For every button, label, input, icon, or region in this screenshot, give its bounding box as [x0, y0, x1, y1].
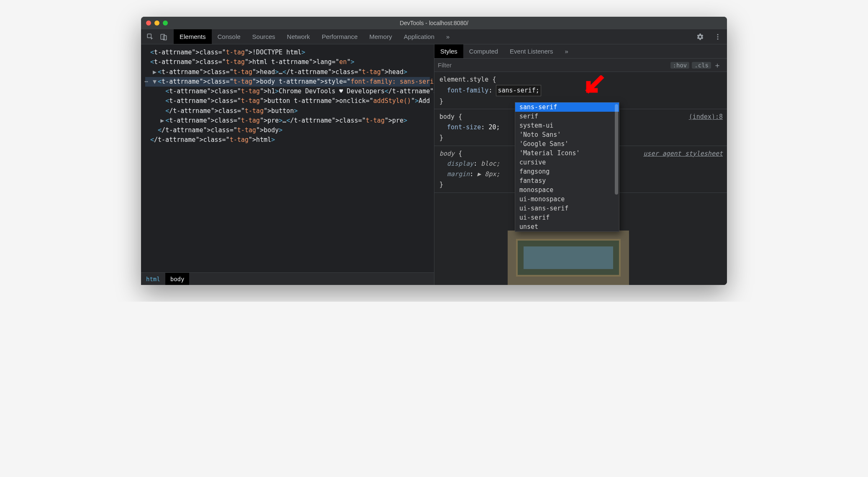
autocomplete-option[interactable]: system-ui	[515, 121, 619, 130]
autocomplete-option[interactable]: 'Google Sans'	[515, 139, 619, 149]
device-mode-icon[interactable]	[157, 30, 170, 44]
dom-line[interactable]: <t-attrname">class="t-tag">!DOCTYPE html…	[145, 48, 430, 57]
dom-line[interactable]: ▶<t-attrname">class="t-tag">head>…</t-at…	[145, 67, 430, 77]
font-family-autocomplete[interactable]: sans-serifserifsystem-ui'Noto Sans''Goog…	[515, 102, 619, 232]
tab-sources[interactable]: Sources	[247, 29, 281, 44]
elements-pane: <t-attrname">class="t-tag">!DOCTYPE html…	[141, 44, 434, 285]
dom-line[interactable]: </t-attrname">class="t-tag">body>	[145, 126, 430, 135]
styles-pane: StylesComputedEvent Listeners» :hov .cls…	[434, 44, 727, 285]
box-model-preview	[508, 231, 629, 285]
tab-elements[interactable]: Elements	[174, 29, 212, 44]
main-toolbar: ElementsConsoleSourcesNetworkPerformance…	[141, 29, 727, 44]
content-split: <t-attrname">class="t-tag">!DOCTYPE html…	[141, 44, 727, 285]
autocomplete-option[interactable]: fangsong	[515, 167, 619, 176]
autocomplete-option[interactable]: serif	[515, 112, 619, 121]
cls-toggle[interactable]: .cls	[692, 62, 711, 69]
dom-line[interactable]: <t-attrname">class="t-tag">button t-attr…	[145, 96, 430, 106]
subtab-styles[interactable]: Styles	[434, 44, 463, 58]
tab-performance[interactable]: Performance	[316, 29, 364, 44]
dom-line[interactable]: ▶<t-attrname">class="t-tag">pre>…</t-att…	[145, 116, 430, 126]
dom-line[interactable]: <t-attrname">class="t-tag">html t-attrna…	[145, 57, 430, 67]
settings-gear-icon[interactable]	[693, 30, 707, 44]
dom-line[interactable]: </t-attrname">class="t-tag">html>	[145, 135, 430, 145]
autocomplete-option[interactable]: 'Noto Sans'	[515, 130, 619, 139]
main-tabs: ElementsConsoleSourcesNetworkPerformance…	[174, 29, 440, 44]
breadcrumb-html[interactable]: html	[141, 273, 165, 285]
svg-point-5	[717, 38, 719, 39]
tab-console[interactable]: Console	[212, 29, 247, 44]
autocomplete-scrollbar[interactable]	[615, 104, 618, 195]
rule-source-link[interactable]: (index):8	[689, 112, 723, 122]
autocomplete-option[interactable]: sans-serif	[515, 103, 619, 112]
autocomplete-option[interactable]: fantasy	[515, 176, 619, 185]
kebab-menu-icon[interactable]	[711, 30, 724, 44]
titlebar: DevTools - localhost:8080/	[141, 17, 727, 29]
hov-toggle[interactable]: :hov	[670, 62, 690, 69]
devtools-window: DevTools - localhost:8080/ ElementsConso…	[141, 17, 727, 285]
styles-subtabs: StylesComputedEvent Listeners»	[434, 44, 727, 59]
autocomplete-option[interactable]: ui-monospace	[515, 195, 619, 204]
svg-point-3	[717, 34, 719, 35]
rule-source-link[interactable]: user agent stylesheet	[643, 149, 723, 159]
subtab-computed[interactable]: Computed	[463, 44, 504, 58]
subtab-event-listeners[interactable]: Event Listeners	[504, 44, 559, 58]
breadcrumbs: htmlbody	[141, 272, 434, 285]
svg-rect-1	[161, 34, 164, 39]
styles-rules: element.style { font-family: sans-serif;…	[434, 72, 727, 285]
autocomplete-option[interactable]: monospace	[515, 185, 619, 195]
tab-memory[interactable]: Memory	[364, 29, 398, 44]
styles-filter-bar: :hov .cls ＋	[434, 59, 727, 72]
autocomplete-option[interactable]: ui-sans-serif	[515, 204, 619, 213]
dom-tree[interactable]: <t-attrname">class="t-tag">!DOCTYPE html…	[141, 44, 434, 272]
autocomplete-option[interactable]: 'Material Icons'	[515, 149, 619, 158]
subtabs-overflow-icon[interactable]: »	[559, 44, 574, 58]
tab-application[interactable]: Application	[398, 29, 440, 44]
dom-line[interactable]: <t-attrname">class="t-tag">h1>Chrome Dev…	[145, 87, 430, 96]
inspect-element-icon[interactable]	[144, 30, 157, 44]
tab-network[interactable]: Network	[281, 29, 316, 44]
window-title: DevTools - localhost:8080/	[141, 20, 727, 26]
autocomplete-option[interactable]: cursive	[515, 158, 619, 167]
new-style-rule-icon[interactable]: ＋	[711, 60, 724, 70]
css-value-editor[interactable]: sans-serif;	[496, 85, 541, 96]
svg-point-4	[717, 36, 719, 37]
autocomplete-option[interactable]: ui-serif	[515, 213, 619, 222]
tabs-overflow-icon[interactable]: »	[440, 29, 455, 44]
autocomplete-option[interactable]: unset	[515, 222, 619, 231]
dom-line[interactable]: </t-attrname">class="t-tag">button>	[145, 106, 430, 116]
breadcrumb-body[interactable]: body	[165, 273, 190, 285]
styles-filter-input[interactable]	[438, 62, 668, 69]
dom-line[interactable]: ▼<t-attrname">class="t-tag">body t-attrn…	[145, 77, 430, 87]
